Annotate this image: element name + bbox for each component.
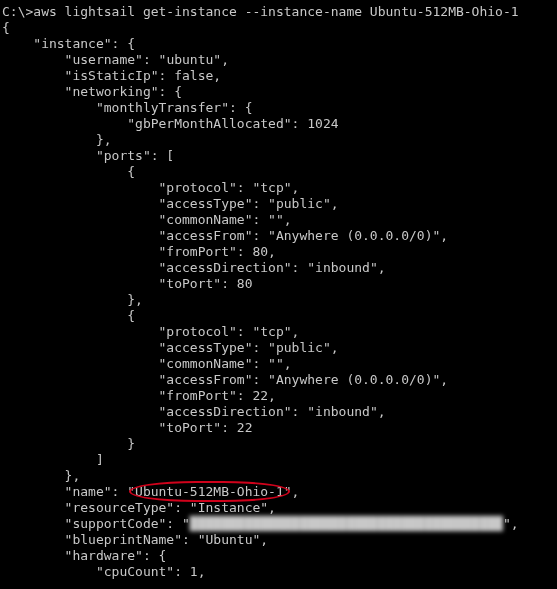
- prompt: C:\>: [2, 4, 33, 19]
- redacted-support-code: ████████████████████████████████████████: [190, 516, 503, 531]
- command-line: aws lightsail get-instance --instance-na…: [33, 4, 518, 19]
- json-value: Ubuntu: [206, 532, 253, 547]
- json-value: 1024: [307, 116, 338, 131]
- terminal-output: C:\>aws lightsail get-instance --instanc…: [0, 0, 557, 584]
- json-value: ubuntu: [166, 52, 213, 67]
- json-value: inbound: [315, 260, 370, 275]
- json-value: 22: [237, 420, 253, 435]
- json-value: public: [276, 340, 323, 355]
- json-value: Anywhere (0.0.0.0/0): [276, 372, 433, 387]
- json-value: 1: [190, 564, 198, 579]
- json-value: false: [174, 68, 213, 83]
- json-value: 80: [252, 244, 268, 259]
- json-value: tcp: [260, 324, 283, 339]
- json-value: Instance: [198, 500, 261, 515]
- json-value: 80: [237, 276, 253, 291]
- json-value: Anywhere (0.0.0.0/0): [276, 228, 433, 243]
- json-value: public: [276, 196, 323, 211]
- json-value: 22: [252, 388, 268, 403]
- json-value: tcp: [260, 180, 283, 195]
- highlighted-name-value: Ubuntu-512MB-Ohio-1: [135, 484, 284, 499]
- json-value: inbound: [315, 404, 370, 419]
